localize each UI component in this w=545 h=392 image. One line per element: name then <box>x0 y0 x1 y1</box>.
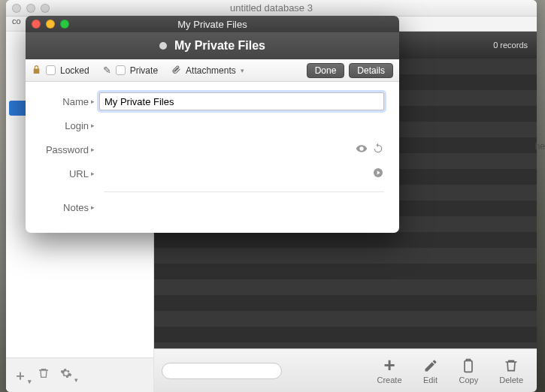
login-input[interactable] <box>99 116 384 134</box>
table-row[interactable] <box>154 248 537 264</box>
table-row[interactable] <box>154 295 537 311</box>
table-row[interactable] <box>154 264 537 279</box>
minimize-window-button[interactable] <box>26 4 35 13</box>
edit-label: Edit <box>423 375 438 384</box>
add-icon[interactable]: ＋▾ <box>14 366 27 384</box>
edge-text: he <box>535 141 545 152</box>
url-label: URL <box>69 168 89 179</box>
notes-label: Notes <box>63 202 89 213</box>
modal-zoom-button[interactable] <box>60 20 69 29</box>
table-row[interactable] <box>154 327 537 342</box>
modal-titlebar[interactable]: My Private Files <box>26 16 399 32</box>
details-button[interactable]: Details <box>349 63 393 78</box>
password-input[interactable] <box>99 140 351 158</box>
modal-minimize-button[interactable] <box>46 20 55 29</box>
chevron-down-icon[interactable]: ▸ <box>91 170 95 177</box>
zoom-window-button[interactable] <box>41 4 50 13</box>
chevron-down-icon[interactable]: ▸ <box>91 122 95 129</box>
pencil-icon <box>423 357 438 374</box>
wand-icon: ✎ <box>103 65 111 76</box>
delete-button[interactable]: Delete <box>493 357 529 384</box>
table-row[interactable] <box>154 232 537 248</box>
chevron-down-icon[interactable]: ▸ <box>91 146 95 153</box>
gear-icon[interactable]: ▾ <box>60 367 72 383</box>
copy-button[interactable]: Copy <box>453 357 485 384</box>
password-label: Password <box>46 144 89 155</box>
modal-traffic-lights <box>32 20 69 29</box>
lock-icon <box>32 65 41 77</box>
chevron-down-icon[interactable]: ▾ <box>241 67 244 74</box>
copy-label: Copy <box>459 375 479 384</box>
edit-button[interactable]: Edit <box>417 357 444 384</box>
record-type-icon <box>159 42 167 50</box>
done-button[interactable]: Done <box>307 63 345 78</box>
notes-input[interactable] <box>99 198 384 216</box>
modal-heading: My Private Files <box>174 39 265 53</box>
main-titlebar[interactable]: untitled database 3 <box>6 0 537 17</box>
records-count: 0 records <box>493 41 528 50</box>
plus-icon: + <box>383 357 395 374</box>
search-input[interactable] <box>162 363 282 379</box>
delete-label: Delete <box>499 375 523 384</box>
svg-rect-0 <box>465 360 472 372</box>
create-label: Create <box>377 375 401 384</box>
modal-form: Name▸ Login▸ Password▸ URL▸ Notes▸ <box>26 82 399 233</box>
url-input[interactable] <box>99 164 368 182</box>
paperclip-icon <box>171 65 181 77</box>
chevron-down-icon[interactable]: ▸ <box>91 98 95 105</box>
name-input[interactable] <box>99 92 384 110</box>
chevron-down-icon[interactable]: ▸ <box>91 204 95 211</box>
close-window-button[interactable] <box>12 4 21 13</box>
eye-icon[interactable] <box>356 143 368 157</box>
locked-checkbox[interactable] <box>46 65 56 75</box>
refresh-icon[interactable] <box>372 143 384 157</box>
main-window-title: untitled database 3 <box>50 2 493 14</box>
attachments-label[interactable]: Attachments <box>186 65 236 76</box>
trash-icon[interactable] <box>38 367 50 383</box>
modal-close-button[interactable] <box>32 20 41 29</box>
create-button[interactable]: + Create <box>371 357 407 384</box>
name-label: Name <box>62 96 89 107</box>
modal-toolbar: Locked ✎ Private Attachments ▾ Done Deta… <box>26 59 399 82</box>
play-icon[interactable] <box>372 167 384 181</box>
edit-record-modal: My Private Files My Private Files Locked… <box>26 16 399 233</box>
trash-icon <box>504 357 519 374</box>
sidebar-footer: ＋▾ ▾ <box>6 357 153 392</box>
bottom-toolbar: + Create Edit Copy <box>154 348 537 392</box>
table-row[interactable] <box>154 311 537 327</box>
login-label: Login <box>65 120 89 131</box>
traffic-lights <box>12 4 50 13</box>
locked-label: Locked <box>60 65 89 76</box>
private-checkbox[interactable] <box>116 65 126 75</box>
search-field[interactable] <box>171 366 284 376</box>
modal-heading-bar: My Private Files <box>26 32 399 59</box>
private-label: Private <box>130 65 158 76</box>
table-row[interactable] <box>154 279 537 295</box>
modal-title: My Private Files <box>69 19 356 30</box>
clipboard-icon <box>461 357 476 374</box>
divider <box>104 191 384 192</box>
table-row[interactable] <box>154 342 537 348</box>
